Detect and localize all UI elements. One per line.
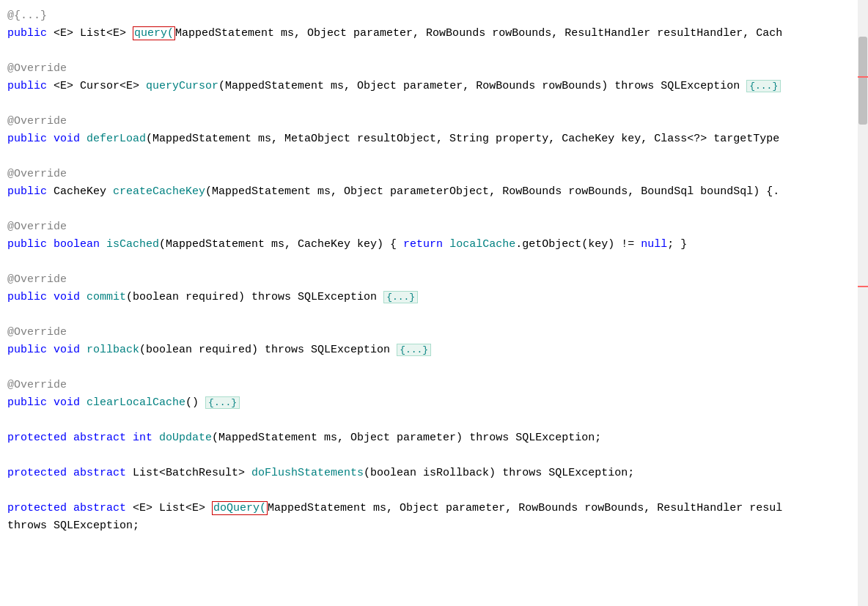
scrollbar-thumb[interactable] bbox=[858, 37, 867, 125]
code-token: @Override bbox=[7, 62, 67, 75]
code-token: SQLException bbox=[661, 80, 746, 92]
code-line: public <E> Cursor<E> queryCursor(MappedS… bbox=[7, 78, 868, 95]
code-line: @{...} bbox=[7, 7, 868, 25]
code-line: @Override bbox=[7, 60, 868, 78]
code-token: {...} bbox=[383, 291, 418, 303]
code-token: query( bbox=[133, 26, 175, 40]
code-line bbox=[7, 482, 868, 500]
code-token: void bbox=[54, 396, 87, 409]
code-token: commit bbox=[87, 291, 126, 303]
code-token: doFlushStatements bbox=[251, 467, 364, 479]
code-token: @{...} bbox=[7, 10, 47, 22]
code-line: @Override bbox=[7, 166, 868, 183]
code-token: protected bbox=[7, 467, 73, 479]
code-token: <E> bbox=[54, 27, 80, 40]
scrollbar-mark-1 bbox=[858, 76, 868, 78]
code-token: Cursor<E> bbox=[80, 80, 146, 92]
code-token: () bbox=[185, 396, 205, 409]
code-token: createCacheKey bbox=[113, 185, 205, 198]
code-token: rollback bbox=[87, 344, 139, 356]
code-line: @Override bbox=[7, 377, 868, 394]
code-line bbox=[7, 43, 868, 60]
code-token: queryCursor bbox=[146, 80, 218, 92]
code-token: (boolean required) bbox=[126, 291, 251, 303]
code-token: int bbox=[133, 432, 159, 444]
code-line bbox=[7, 95, 868, 113]
code-token: (MappedStatement ms, Object parameterObj… bbox=[205, 185, 779, 198]
code-token: throws bbox=[265, 344, 311, 356]
code-line: public <E> List<E> query(MappedStatement… bbox=[7, 25, 868, 43]
code-token: void bbox=[54, 344, 87, 356]
code-line: @Override bbox=[7, 113, 868, 130]
code-token: @Override bbox=[7, 115, 67, 128]
code-token: void bbox=[54, 133, 87, 145]
code-token: List<E> bbox=[80, 27, 133, 40]
code-line: throws SQLException; bbox=[7, 517, 868, 535]
code-token: @Override bbox=[7, 326, 67, 339]
code-token: CacheKey bbox=[54, 185, 113, 198]
code-token: @Override bbox=[7, 168, 67, 180]
code-token: @Override bbox=[7, 221, 67, 233]
code-token: MappedStatement ms, Object parameter, Ro… bbox=[175, 27, 782, 40]
code-token: {...} bbox=[746, 80, 781, 92]
code-token: public bbox=[7, 133, 54, 145]
code-line bbox=[7, 359, 868, 377]
code-line: @Override bbox=[7, 218, 868, 236]
code-token: {...} bbox=[205, 396, 240, 409]
code-token: (boolean required) bbox=[139, 344, 265, 356]
code-token: List<BatchResult> bbox=[133, 467, 251, 479]
code-line bbox=[7, 412, 868, 429]
code-line: public void clearLocalCache() {...} bbox=[7, 394, 868, 412]
code-token: (MappedStatement ms, Object parameter) bbox=[212, 432, 469, 444]
code-line: @Override bbox=[7, 324, 868, 341]
code-line bbox=[7, 306, 868, 324]
code-line: public void deferLoad(MappedStatement ms… bbox=[7, 130, 868, 148]
code-token: abstract bbox=[73, 467, 133, 479]
code-token: public bbox=[7, 27, 54, 40]
code-token: SQLException; bbox=[54, 520, 139, 532]
code-token: doUpdate bbox=[159, 432, 212, 444]
code-token: {...} bbox=[397, 344, 431, 356]
code-line: public void rollback(boolean required) t… bbox=[7, 341, 868, 359]
code-token: <E> bbox=[133, 502, 159, 514]
code-token: SQLException; bbox=[515, 432, 601, 444]
code-token: SQLException bbox=[311, 344, 397, 356]
code-content: @{...}public <E> List<E> query(MappedSta… bbox=[7, 7, 868, 535]
code-token: SQLException; bbox=[548, 467, 634, 479]
code-token: protected bbox=[7, 502, 73, 514]
code-token: (MappedStatement ms, Object parameter, R… bbox=[218, 80, 614, 92]
code-token: doQuery( bbox=[212, 501, 268, 515]
code-line bbox=[7, 254, 868, 271]
code-token: boolean bbox=[54, 238, 106, 251]
code-line: @Override bbox=[7, 271, 868, 289]
code-token: throws bbox=[469, 432, 515, 444]
code-token: MappedStatement ms, Object parameter, Ro… bbox=[268, 502, 782, 514]
code-line bbox=[7, 201, 868, 218]
scrollbar[interactable] bbox=[858, 0, 868, 606]
code-token: localCache bbox=[449, 238, 515, 251]
code-token: null bbox=[641, 238, 667, 251]
code-token: List<E> bbox=[159, 502, 212, 514]
code-editor: @{...}public <E> List<E> query(MappedSta… bbox=[0, 0, 868, 606]
code-token: isCached bbox=[106, 238, 159, 251]
code-token: (boolean isRollback) bbox=[364, 467, 502, 479]
code-token: (MappedStatement ms, CacheKey key) { bbox=[159, 238, 403, 251]
code-token: throws bbox=[614, 80, 661, 92]
code-token: <E> bbox=[54, 80, 80, 92]
code-token: public bbox=[7, 344, 54, 356]
code-token: public bbox=[7, 396, 54, 409]
code-line: protected abstract List<BatchResult> doF… bbox=[7, 465, 868, 482]
code-token: return bbox=[403, 238, 449, 251]
code-line: public CacheKey createCacheKey(MappedSta… bbox=[7, 183, 868, 201]
code-line: public void commit(boolean required) thr… bbox=[7, 289, 868, 306]
code-line bbox=[7, 148, 868, 166]
code-token: public bbox=[7, 185, 54, 198]
code-token: abstract bbox=[73, 432, 133, 444]
code-token: public bbox=[7, 291, 54, 303]
code-token: protected bbox=[7, 432, 73, 444]
code-line bbox=[7, 447, 868, 465]
code-token: SQLException bbox=[298, 291, 383, 303]
code-token: @Override bbox=[7, 273, 67, 286]
code-token: throws bbox=[502, 467, 548, 479]
code-token: void bbox=[54, 291, 87, 303]
